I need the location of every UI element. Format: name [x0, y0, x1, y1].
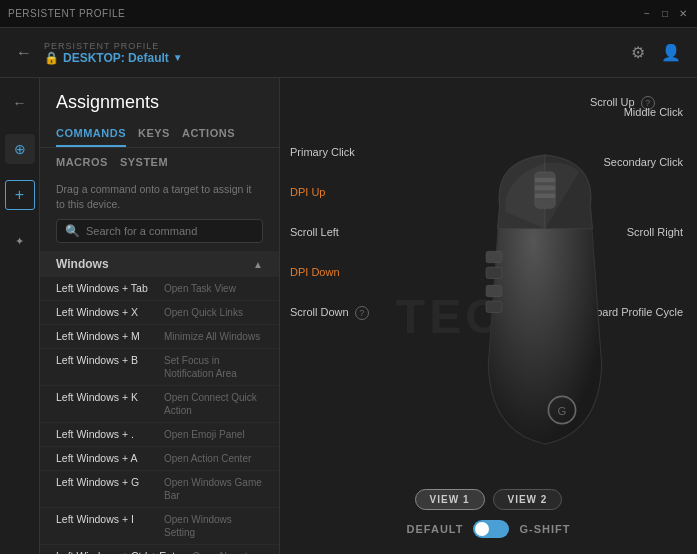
view-buttons: VIEW 1 VIEW 2 — [415, 489, 563, 510]
shift-toggle: DEFAULT G-SHIFT — [407, 520, 571, 538]
sidebar-add-btn[interactable]: + — [5, 180, 35, 210]
bottom-controls: VIEW 1 VIEW 2 DEFAULT G-SHIFT — [280, 489, 697, 538]
cmd-desc: Open Emoji Panel — [164, 428, 245, 441]
list-item[interactable]: Left Windows + M Minimize All Windows — [40, 325, 279, 349]
search-bar: 🔍 — [56, 219, 263, 243]
view1-button[interactable]: VIEW 1 — [415, 489, 485, 510]
cmd-desc: Open Windows Setting — [164, 513, 263, 539]
list-item[interactable]: Left Windows + . Open Emoji Panel — [40, 423, 279, 447]
tab-commands[interactable]: COMMANDS — [56, 121, 126, 147]
commands-list: Windows ▲ Left Windows + Tab Open Task V… — [40, 251, 279, 554]
svg-rect-5 — [486, 267, 502, 278]
cmd-key: Left Windows + G — [56, 476, 156, 488]
sidebar-assignments-btn[interactable]: ⊕ — [5, 134, 35, 164]
cmd-key: Left Windows + X — [56, 306, 156, 318]
cmd-desc: Open Connect Quick Action — [164, 391, 263, 417]
cmd-key: Left Windows + . — [56, 428, 156, 440]
dropdown-icon[interactable]: ▼ — [173, 52, 183, 63]
tab-system[interactable]: SYSTEM — [120, 154, 168, 170]
list-item[interactable]: Left Windows + I Open Windows Setting — [40, 508, 279, 545]
icon-sidebar: ← ⊕ + ✦ — [0, 78, 40, 554]
svg-rect-7 — [486, 301, 502, 312]
lock-icon: 🔒 — [44, 51, 59, 65]
cmd-desc: Open Task View — [164, 282, 236, 295]
minimize-button[interactable]: − — [641, 8, 653, 20]
settings-icon[interactable]: ⚙ — [631, 43, 645, 62]
label-dpi-down[interactable]: DPI Down — [290, 266, 340, 278]
tab-actions[interactable]: ACTIONS — [182, 121, 235, 147]
cmd-key: Left Windows + Tab — [56, 282, 156, 294]
maximize-button[interactable]: □ — [659, 8, 671, 20]
tab-macros[interactable]: MACROS — [56, 154, 108, 170]
list-item[interactable]: Left Windows + Ctrl + Enter Open Narrato… — [40, 545, 279, 554]
list-item[interactable]: Left Windows + B Set Focus in Notificati… — [40, 349, 279, 386]
svg-rect-6 — [486, 285, 502, 296]
tab-keys[interactable]: KEYS — [138, 121, 170, 147]
drag-hint: Drag a command onto a target to assign i… — [40, 176, 279, 219]
list-item[interactable]: Left Windows + K Open Connect Quick Acti… — [40, 386, 279, 423]
windows-section-header[interactable]: Windows ▲ — [40, 251, 279, 277]
cmd-desc: Open Action Center — [164, 452, 251, 465]
label-scroll-left[interactable]: Scroll Left — [290, 226, 339, 238]
search-icon: 🔍 — [65, 224, 80, 238]
toggle-knob — [475, 522, 489, 536]
gshift-label: G-SHIFT — [519, 523, 570, 535]
cmd-key: Left Windows + K — [56, 391, 156, 403]
main: ← ⊕ + ✦ Assignments COMMANDS KEYS ACTION… — [0, 78, 697, 554]
content-area: TECHR Scroll Up ? Middle Click Primary C… — [280, 78, 697, 554]
cmd-key: Left Windows + B — [56, 354, 156, 366]
profile-label: PERSISTENT PROFILE — [44, 41, 183, 51]
tab-bar-1: COMMANDS KEYS ACTIONS — [40, 121, 279, 148]
header: ← PERSISTENT PROFILE 🔒 DESKTOP: Default … — [0, 28, 697, 78]
cmd-key: Left Windows + Ctrl + Enter — [56, 550, 184, 554]
user-icon[interactable]: 👤 — [661, 43, 681, 62]
list-item[interactable]: Left Windows + A Open Action Center — [40, 447, 279, 471]
label-middle-click[interactable]: Middle Click — [624, 106, 683, 118]
close-button[interactable]: ✕ — [677, 8, 689, 20]
mouse-diagram: G — [405, 138, 685, 478]
svg-text:G: G — [557, 405, 566, 417]
header-right: ⚙ 👤 — [631, 43, 681, 62]
cmd-desc: Set Focus in Notification Area — [164, 354, 263, 380]
sidebar-back-btn[interactable]: ← — [5, 88, 35, 118]
view2-button[interactable]: VIEW 2 — [493, 489, 563, 510]
back-button[interactable]: ← — [16, 44, 32, 62]
header-left: ← PERSISTENT PROFILE 🔒 DESKTOP: Default … — [16, 41, 183, 65]
search-input[interactable] — [86, 225, 254, 237]
list-item[interactable]: Left Windows + X Open Quick Links — [40, 301, 279, 325]
profile-name-text: DESKTOP: Default — [63, 51, 169, 65]
titlebar: PERSISTENT PROFILE − □ ✕ — [0, 0, 697, 28]
default-label: DEFAULT — [407, 523, 464, 535]
cmd-key: Left Windows + M — [56, 330, 156, 342]
titlebar-controls: − □ ✕ — [641, 8, 689, 20]
profile-info: PERSISTENT PROFILE 🔒 DESKTOP: Default ▼ — [44, 41, 183, 65]
titlebar-title: PERSISTENT PROFILE — [8, 8, 125, 19]
list-item[interactable]: Left Windows + G Open Windows Game Bar — [40, 471, 279, 508]
tab-bar-2: MACROS SYSTEM — [40, 152, 279, 176]
cmd-key: Left Windows + I — [56, 513, 156, 525]
label-scroll-down[interactable]: Scroll Down ? — [290, 306, 369, 320]
cmd-desc: Open Windows Game Bar — [164, 476, 263, 502]
cmd-desc: Minimize All Windows — [164, 330, 260, 343]
cmd-desc: Open Quick Links — [164, 306, 243, 319]
chevron-up-icon: ▲ — [253, 259, 263, 270]
list-item[interactable]: Left Windows + Tab Open Task View — [40, 277, 279, 301]
gshift-toggle-switch[interactable] — [473, 520, 509, 538]
svg-rect-4 — [486, 251, 502, 262]
left-panel: Assignments COMMANDS KEYS ACTIONS MACROS… — [40, 78, 280, 554]
scroll-down-help-icon[interactable]: ? — [355, 306, 369, 320]
sidebar-lighting-btn[interactable]: ✦ — [5, 226, 35, 256]
label-dpi-up[interactable]: DPI Up — [290, 186, 325, 198]
profile-name: 🔒 DESKTOP: Default ▼ — [44, 51, 183, 65]
cmd-desc: Open Narrator — [192, 550, 256, 554]
panel-title: Assignments — [40, 78, 279, 121]
cmd-key: Left Windows + A — [56, 452, 156, 464]
label-primary-click[interactable]: Primary Click — [290, 146, 355, 158]
section-label: Windows — [56, 257, 109, 271]
